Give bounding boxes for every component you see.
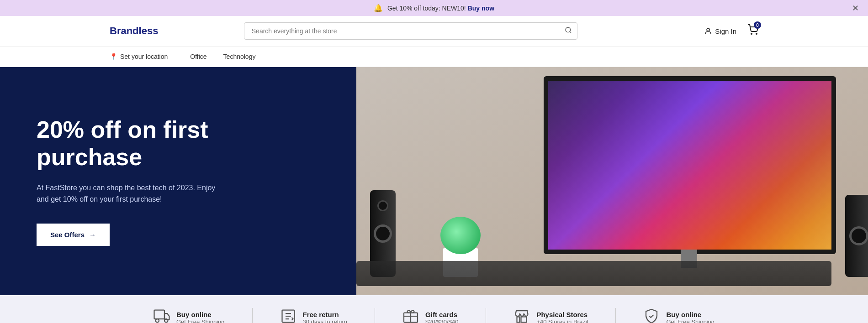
cart-badge: 0: [754, 21, 761, 29]
svg-line-1: [570, 31, 571, 33]
svg-point-0: [566, 27, 571, 32]
svg-rect-5: [154, 310, 165, 319]
sign-in-button[interactable]: Sign In: [704, 27, 736, 35]
feature-sub-0: Get Free Shipping: [176, 318, 225, 323]
location-selector[interactable]: 📍 Set your location: [110, 53, 177, 60]
svg-rect-10: [517, 317, 520, 323]
search-bar-container: [244, 22, 577, 40]
search-input[interactable]: [244, 22, 577, 40]
feature-title-2: Gift cards: [425, 311, 458, 318]
feature-sub-4: Get Free Shipping: [666, 318, 715, 323]
announcement-link[interactable]: Buy now: [468, 5, 494, 12]
feature-text-buy-2: Buy online Get Free Shipping: [666, 311, 715, 323]
svg-point-3: [751, 33, 752, 34]
feature-buy-online-1: Buy online Get Free Shipping: [126, 308, 253, 323]
feature-physical-stores: Physical Stores +40 Stores in Brazil: [486, 308, 616, 323]
location-label: Set your location: [120, 53, 168, 60]
feature-text-gift: Gift cards $20/$30/$40: [425, 311, 458, 323]
sign-in-label: Sign In: [715, 27, 736, 35]
feature-sub-2: $20/$30/$40: [425, 318, 458, 323]
hero-cta-arrow: →: [89, 231, 96, 239]
announcement-text: Get 10% off today: NEW10!: [387, 5, 466, 12]
feature-sub-3: +40 Stores in Brazil: [536, 318, 588, 323]
return-icon: [280, 308, 296, 323]
hero-visual: [356, 67, 868, 295]
nav-technology[interactable]: Technology: [220, 51, 259, 62]
hero-title: 20% off on first purchase: [37, 116, 320, 171]
truck-icon: [153, 308, 170, 323]
header: Brandless Sign In 0: [0, 16, 868, 47]
nav-office[interactable]: Office: [186, 51, 210, 62]
announcement-bar: 🔔 Get 10% off today: NEW10! Buy now ✕: [0, 0, 868, 16]
pin-icon: 📍: [110, 53, 117, 60]
feature-title-1: Free return: [303, 311, 348, 318]
feature-text-buy-1: Buy online Get Free Shipping: [176, 311, 225, 323]
logo[interactable]: Brandless: [110, 25, 174, 37]
hero-subtitle: At FastStore you can shop the best tech …: [37, 182, 228, 205]
svg-point-4: [756, 33, 757, 34]
feature-gift-cards: Gift cards $20/$30/$40: [375, 308, 486, 323]
feature-buy-online-2: Buy online Get Free Shipping: [616, 308, 742, 323]
feature-text-stores: Physical Stores +40 Stores in Brazil: [536, 311, 588, 323]
hero-cta-button[interactable]: See Offers →: [37, 224, 110, 246]
svg-point-2: [707, 28, 709, 31]
hero-content: 20% off on first purchase At FastStore y…: [0, 67, 356, 295]
user-icon: [704, 27, 712, 35]
store-icon: [513, 308, 530, 323]
header-actions: Sign In 0: [704, 24, 758, 38]
svg-point-6: [156, 319, 159, 323]
feature-title-0: Buy online: [176, 311, 225, 318]
hero-section: 20% off on first purchase At FastStore y…: [0, 67, 868, 295]
feature-title-3: Physical Stores: [536, 311, 588, 318]
monitor-visual: [544, 76, 854, 268]
feature-sub-1: 30 days to return: [303, 318, 348, 323]
feature-bar: Buy online Get Free Shipping Free return…: [0, 295, 868, 323]
hero-image: [356, 67, 868, 295]
feature-title-4: Buy online: [666, 311, 715, 318]
gift-icon: [402, 308, 419, 323]
keyboard-visual: [356, 261, 831, 286]
speaker-right-visual: [845, 195, 868, 277]
shield-icon: [643, 308, 660, 323]
close-button[interactable]: ✕: [852, 3, 859, 13]
cart-button[interactable]: 0: [747, 24, 758, 38]
hero-cta-label: See Offers: [50, 231, 85, 239]
feature-free-return: Free return 30 days to return: [253, 308, 376, 323]
svg-rect-11: [521, 317, 527, 323]
search-icon: [565, 26, 572, 36]
navigation: 📍 Set your location Office Technology: [0, 47, 868, 67]
feature-text-return: Free return 30 days to return: [303, 311, 348, 323]
svg-point-7: [164, 319, 168, 323]
bell-icon: 🔔: [374, 4, 383, 12]
